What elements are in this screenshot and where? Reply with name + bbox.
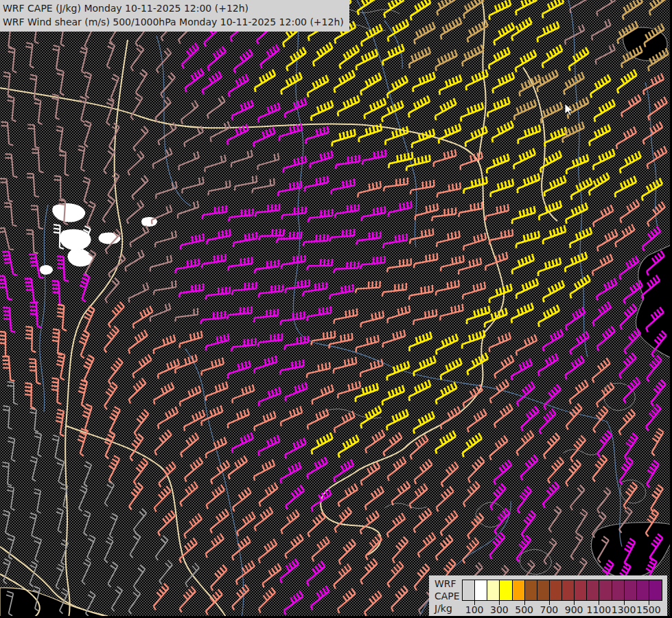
wind-barb [56,508,63,533]
wind-barb [569,47,589,71]
cape-tick-label: 100 [465,604,484,615]
cape-colorbar-cell [500,580,512,600]
wind-barb [518,486,531,513]
cape-colorbar-cell [612,580,625,600]
wind-barb [592,19,611,41]
wind-barb [127,201,144,224]
wind-barb [393,537,408,563]
wind-barb [281,255,305,269]
wind-barb [281,72,301,94]
wind-barb [389,201,412,217]
wind-barb [150,255,172,272]
wind-barb [487,154,509,174]
wind-barb [338,95,360,117]
wind-barb [54,176,65,200]
wind-barb [80,331,90,358]
wind-barb [105,481,115,507]
wind-barb [415,203,438,220]
wind-barb [434,149,456,166]
wind-barb [543,225,566,244]
wind-barb [518,125,541,144]
wind-barb [3,559,10,584]
wind-barb [52,281,65,306]
wind-barb [308,209,332,222]
wind-barb [440,304,463,321]
wind-barb [131,45,144,71]
wind-barb [467,409,487,432]
wind-barb [651,485,663,512]
wind-barb [312,537,329,562]
wind-barb [154,486,171,512]
wind-barb [25,383,35,409]
wind-barb [356,335,379,352]
wind-barb [154,334,176,354]
wind-barb [129,589,141,614]
wind-barb [202,205,227,219]
wind-barb [181,100,198,124]
wind-barb [79,97,86,123]
wind-barb [202,254,226,268]
wind-barb [84,355,94,382]
wind-barb [286,485,303,510]
wind-barb [207,96,225,119]
wind-barb [231,150,253,168]
wind-barb [360,559,377,584]
wind-barb [646,404,661,431]
wind-barb [408,95,430,117]
wind-barb [494,404,513,428]
wind-barb [286,438,306,459]
wind-barb [175,308,198,322]
wind-barb [258,334,282,347]
wind-barb [409,380,430,401]
legend-label-units: J/kg [435,602,460,615]
wind-barb [310,150,333,168]
cape-colorbar-cell [487,580,500,600]
wind-barb [441,407,461,429]
wind-barb [518,174,540,194]
wind-barb [84,461,91,486]
wind-barb [548,457,564,483]
cape-tick-label: 1300 [612,604,636,615]
map-layers [0,0,672,618]
wind-barb [623,0,642,20]
wind-barb [34,537,41,562]
wind-barb [617,69,636,93]
wind-barb [592,455,607,482]
wind-barb [29,359,40,384]
wind-barb [161,73,175,98]
wind-barb [366,534,382,560]
wind-barb [439,124,461,144]
wind-barb [252,179,274,194]
wind-barb [463,481,480,507]
wind-barb [233,232,257,247]
wind-barb [179,284,203,297]
wind-barb [25,327,36,352]
wind-barb [312,433,333,455]
wind-barb [61,540,68,564]
wind-barb [134,459,148,485]
wind-barb [616,127,636,149]
wind-barb [540,409,556,434]
wind-barb [648,97,667,120]
wind-barb [30,75,38,100]
wind-barb [570,0,589,13]
wind-barb [565,252,587,272]
wind-barb [494,23,515,45]
wind-barb [564,72,584,95]
wind-barb [128,151,143,175]
wind-barb [386,409,408,431]
wind-barb [154,280,176,295]
wind-barb [410,484,428,509]
wind-barb [8,437,15,461]
wind-barb [205,154,227,172]
wind-barb [625,433,638,460]
wind-barb [259,539,277,563]
wind-barb [56,126,64,152]
wind-barb [31,206,43,229]
wind-barb [382,44,404,65]
wind-barb [338,483,358,507]
wind-barb [566,307,585,330]
wind-barb [51,94,59,119]
wind-barb [436,334,458,354]
wind-barb [596,278,616,300]
